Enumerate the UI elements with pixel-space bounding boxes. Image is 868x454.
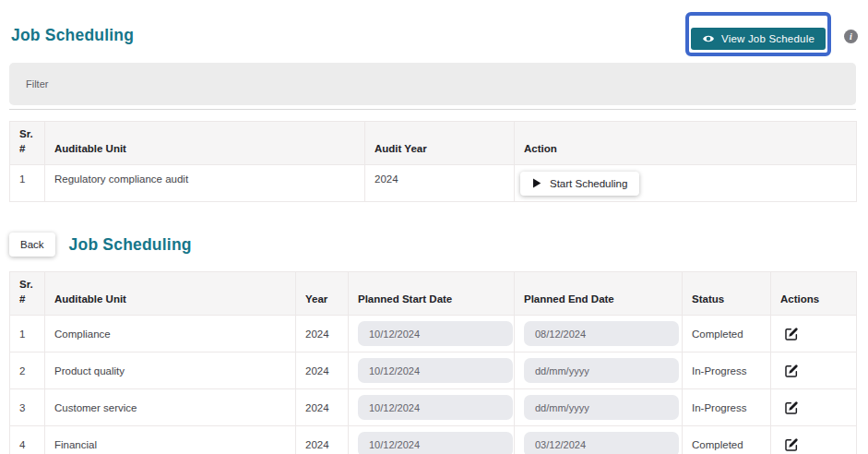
info-glyph: i	[850, 31, 852, 42]
filter-label: Filter	[26, 78, 48, 90]
cell-auditable-unit: Product quality	[45, 352, 296, 389]
cell-sr: 1	[10, 316, 45, 352]
start-scheduling-label: Start Scheduling	[550, 178, 627, 189]
job-scheduling-page: Job Scheduling View Job Schedule i Filte…	[0, 0, 868, 454]
col-auditable-unit: Auditable Unit	[45, 122, 365, 165]
planned-end-date-input[interactable]	[524, 395, 679, 420]
eye-icon	[702, 33, 715, 44]
edit-button[interactable]	[782, 436, 801, 454]
col-year: Year	[296, 272, 349, 316]
play-icon	[532, 178, 541, 188]
cell-year: 2024	[296, 389, 349, 426]
page-title: Job Scheduling	[11, 26, 134, 45]
cell-planned-start	[349, 316, 515, 352]
cell-status: Completed	[683, 316, 771, 352]
edit-icon	[784, 327, 799, 341]
cell-planned-start	[349, 352, 515, 389]
cell-year: 2024	[296, 426, 349, 454]
info-icon[interactable]: i	[844, 30, 858, 43]
cell-actions	[771, 389, 857, 426]
edit-button[interactable]	[782, 399, 801, 417]
edit-icon	[784, 437, 799, 452]
col-sr-number: Sr. #	[10, 272, 45, 316]
edit-button[interactable]	[782, 325, 801, 343]
col-status: Status	[683, 272, 771, 316]
col-actions: Actions	[771, 272, 857, 316]
cell-planned-start	[349, 426, 515, 454]
filter-underline	[9, 109, 856, 110]
cell-actions	[771, 316, 857, 352]
cell-action: Start Scheduling	[515, 165, 857, 202]
job-schedule-table: Sr. # Auditable Unit Year Planned Start …	[9, 271, 857, 454]
page-header: Job Scheduling View Job Schedule i	[9, 0, 856, 57]
table-row: 1 Regulatory compliance audit 2024 Start…	[10, 165, 857, 202]
cell-status: In-Progress	[683, 352, 771, 389]
col-planned-start-date: Planned Start Date	[349, 272, 515, 316]
filter-field[interactable]: Filter	[9, 63, 856, 105]
col-planned-end-date: Planned End Date	[515, 272, 683, 316]
planned-start-date-input[interactable]	[358, 432, 513, 454]
planned-start-date-input[interactable]	[358, 395, 513, 420]
cell-auditable-unit: Regulatory compliance audit	[45, 165, 365, 202]
table-row: 2 Product quality 2024 In-Progress	[10, 352, 857, 389]
col-sr-number: Sr. #	[10, 122, 45, 165]
col-auditable-unit: Auditable Unit	[45, 272, 296, 316]
schedule-section-title: Job Scheduling	[69, 235, 192, 255]
table-row: 4 Financial 2024 Completed	[10, 426, 857, 454]
start-scheduling-button[interactable]: Start Scheduling	[520, 172, 639, 196]
view-job-schedule-label: View Job Schedule	[721, 33, 814, 44]
col-audit-year: Audit Year	[365, 122, 515, 165]
cell-sr: 4	[10, 426, 45, 454]
cell-sr: 2	[10, 352, 45, 389]
cell-auditable-unit: Financial	[45, 426, 296, 454]
cell-planned-end	[515, 352, 683, 389]
back-button[interactable]: Back	[9, 233, 55, 257]
schedule-section-header: Back Job Scheduling	[9, 232, 856, 257]
cell-status: In-Progress	[683, 389, 771, 426]
view-job-schedule-button[interactable]: View Job Schedule	[691, 28, 826, 50]
cell-planned-end	[515, 316, 683, 352]
annotation-highlight-box: View Job Schedule	[685, 12, 831, 56]
cell-actions	[771, 352, 857, 389]
planned-start-date-input[interactable]	[358, 321, 513, 346]
cell-actions	[771, 426, 857, 454]
edit-icon	[784, 364, 799, 378]
cell-planned-start	[349, 389, 515, 426]
edit-icon	[784, 400, 799, 415]
col-action: Action	[515, 122, 857, 165]
planned-end-date-input[interactable]	[524, 321, 679, 346]
cell-sr: 3	[10, 389, 45, 426]
cell-sr: 1	[10, 165, 45, 202]
table-header-row: Sr. # Auditable Unit Audit Year Action	[10, 122, 857, 165]
cell-auditable-unit: Compliance	[45, 316, 296, 352]
cell-audit-year: 2024	[365, 165, 515, 202]
planned-start-date-input[interactable]	[358, 358, 513, 383]
cell-planned-end	[515, 426, 683, 454]
cell-auditable-unit: Customer service	[45, 389, 296, 426]
planned-end-date-input[interactable]	[524, 432, 679, 454]
cell-year: 2024	[296, 316, 349, 352]
cell-year: 2024	[296, 352, 349, 389]
planned-end-date-input[interactable]	[524, 358, 679, 383]
cell-status: Completed	[683, 426, 771, 454]
table-row: 3 Customer service 2024 In-Progress	[10, 389, 857, 426]
audit-jobs-table: Sr. # Auditable Unit Audit Year Action 1…	[9, 121, 857, 202]
table-row: 1 Compliance 2024 Completed	[10, 316, 857, 352]
table-header-row: Sr. # Auditable Unit Year Planned Start …	[10, 272, 857, 316]
edit-button[interactable]	[782, 362, 801, 380]
cell-planned-end	[515, 389, 683, 426]
